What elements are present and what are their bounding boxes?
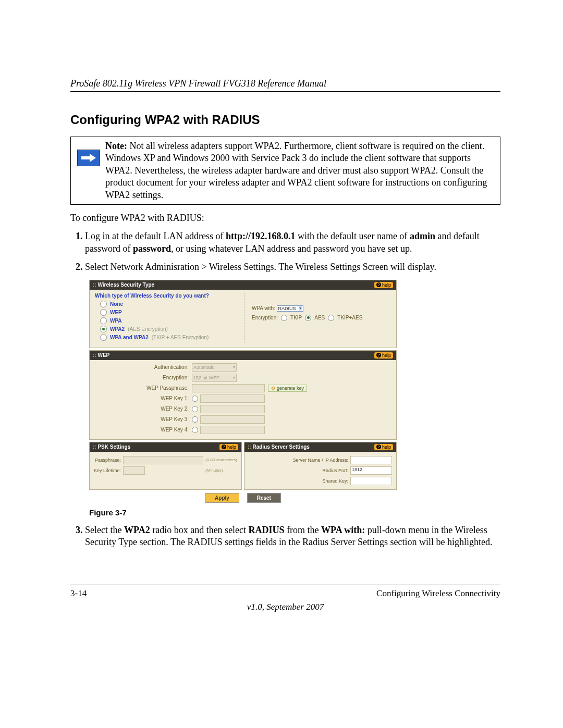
radio-key1[interactable] xyxy=(192,396,198,402)
panel-title: :: PSK Settings xyxy=(93,444,130,450)
generate-key-button[interactable]: generate key xyxy=(268,385,307,392)
psk-life-hint: (Minutes) xyxy=(205,468,237,473)
reset-button[interactable]: Reset xyxy=(247,493,281,503)
wep-key3-label: WEP Key 3: xyxy=(95,416,189,422)
wep-key1-label: WEP Key 1: xyxy=(95,396,189,401)
arrow-right-icon xyxy=(77,150,100,166)
intro-text: To configure WPA2 with RADIUS: xyxy=(70,212,500,224)
radius-server-input[interactable] xyxy=(350,456,392,464)
panel-title: :: Wireless Security Type xyxy=(93,282,154,288)
note-label: Note: xyxy=(105,141,127,151)
wpa-with-select[interactable]: RADIUS xyxy=(277,305,303,312)
help-link[interactable]: help xyxy=(219,444,238,450)
radio-wpa2[interactable] xyxy=(100,326,107,332)
wep-key2-label: WEP Key 2: xyxy=(95,406,189,412)
security-question: Which type of Wireless Security do you w… xyxy=(95,293,241,299)
panel-radius: :: Radius Server Settings help Server Na… xyxy=(244,442,397,490)
wpa-with-label: WPA with: xyxy=(252,305,275,311)
radio-wep[interactable] xyxy=(100,309,107,316)
note-box: Note: Not all wireless adapters support … xyxy=(70,137,500,205)
radius-port-label: Radius Port: xyxy=(249,468,348,473)
step-2: Select Network Adminisration > Wireless … xyxy=(85,261,500,273)
radio-wpa[interactable] xyxy=(100,317,107,324)
radio-key3[interactable] xyxy=(192,416,198,423)
wep-key2-input xyxy=(200,405,265,413)
radio-aes[interactable] xyxy=(305,315,311,321)
radio-wpa-wpa2[interactable] xyxy=(100,334,107,341)
radio-none[interactable] xyxy=(100,301,107,307)
radius-server-label: Server Name / IP Address: xyxy=(249,458,348,463)
panel-title: :: Radius Server Settings xyxy=(248,444,310,450)
wep-pass-input xyxy=(192,384,265,392)
note-text: Note: Not all wireless adapters support … xyxy=(105,140,495,201)
psk-life-label: Key Lifetime: xyxy=(94,468,121,473)
panel-psk: :: PSK Settings help Passphrase: (8-63 c… xyxy=(89,442,242,490)
step-1: Log in at the default LAN address of htt… xyxy=(85,230,500,255)
psk-pass-hint: (8-63 characters) xyxy=(205,458,237,462)
radius-shared-input[interactable] xyxy=(350,477,392,485)
psk-life-input xyxy=(123,466,145,475)
auth-label: Authentication: xyxy=(95,364,189,370)
embedded-screenshot: :: Wireless Security Type help Which typ… xyxy=(89,280,397,504)
help-link[interactable]: help xyxy=(374,444,393,450)
apply-button[interactable]: Apply xyxy=(205,493,239,503)
step-3: Select the WPA2 radio box and then selec… xyxy=(85,524,500,549)
radio-key4[interactable] xyxy=(192,427,198,433)
psk-pass-input xyxy=(123,456,203,464)
panel-wep: :: WEP help Authentication: Automatic En… xyxy=(89,350,397,440)
wep-key3-input xyxy=(200,415,265,424)
psk-pass-label: Passphrase: xyxy=(94,458,121,463)
wep-key4-input xyxy=(200,426,265,434)
wep-enc-label: Encryption: xyxy=(95,375,189,380)
help-link[interactable]: help xyxy=(374,352,393,359)
wep-key1-input xyxy=(200,394,265,403)
running-header: ProSafe 802.11g Wireless VPN Firewall FV… xyxy=(70,78,500,92)
help-link[interactable]: help xyxy=(374,282,393,288)
figure-caption: Figure 3-7 xyxy=(89,508,500,517)
auth-select: Automatic xyxy=(192,363,237,372)
section-title: Configuring WPA2 with RADIUS xyxy=(70,113,500,127)
radio-tkip-aes[interactable] xyxy=(328,315,334,321)
panel-security-type: :: Wireless Security Type help Which typ… xyxy=(89,280,397,348)
wep-enc-select: 152 bit WEP xyxy=(192,374,237,382)
radio-tkip[interactable] xyxy=(281,315,287,321)
wep-pass-label: WEP Passphrase: xyxy=(95,385,189,391)
encryption-label: Encryption: xyxy=(252,315,278,320)
radio-key2[interactable] xyxy=(192,406,198,412)
radius-port-input[interactable]: 1812 xyxy=(350,466,392,475)
wep-key4-label: WEP Key 4: xyxy=(95,427,189,433)
page-number: 3-14 xyxy=(70,588,87,599)
footer-chapter: Configuring Wireless Connectivity xyxy=(376,588,500,599)
radius-shared-label: Shared Key: xyxy=(249,478,348,484)
footer-version: v1.0, September 2007 xyxy=(70,602,500,612)
panel-title: :: WEP xyxy=(93,352,109,358)
